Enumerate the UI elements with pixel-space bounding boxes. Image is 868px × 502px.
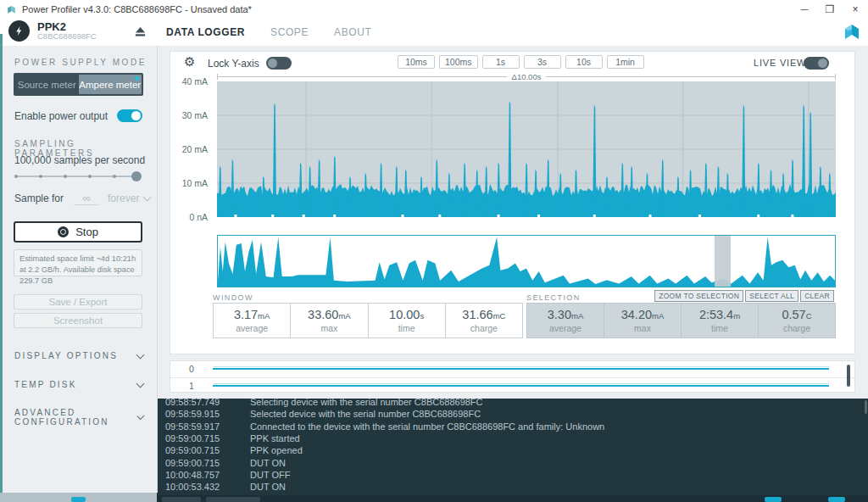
stat-cell-average: 3.17mAaverage (214, 304, 290, 337)
log-message: PPK started (250, 433, 300, 443)
log-message: DUT OFF (250, 470, 290, 480)
log-rows: 09:58:57.749Selecting device with the se… (157, 399, 868, 493)
gear-icon[interactable]: ⚙ (184, 54, 195, 70)
window-controls: ─❐× (792, 0, 868, 19)
eject-icon[interactable] (134, 25, 147, 38)
log-timestamp: 09:58:57.749 (165, 399, 231, 407)
channel-label: 0 (189, 364, 194, 374)
time-range-100ms[interactable]: 100ms (439, 55, 478, 69)
channel-signal-line (213, 385, 829, 387)
log-message: Selected device with the serial number C… (250, 409, 481, 419)
time-range-buttons: 10ms100ms1s3s10s1min (398, 55, 644, 69)
log-entry: 09:59:00.715DUT ON (157, 456, 868, 468)
y-axis-ticks: 40 mA30 mA20 mA10 mA0 nA (170, 81, 213, 217)
stat-cell-time: 2:53.4mtime (681, 304, 758, 337)
log-footer-button[interactable] (162, 497, 201, 502)
sample-for-label: Sample for (14, 192, 64, 204)
log-message: Connected to the device with the serial … (250, 421, 604, 432)
sample-rate-slider[interactable] (14, 171, 140, 181)
nordic-logo (842, 22, 862, 42)
app-icon (6, 4, 17, 15)
sidebar-accent-strip (0, 34, 3, 493)
log-entry: 09:58:59.917Connected to the device with… (157, 421, 868, 432)
live-view-toggle[interactable] (804, 57, 829, 70)
chevron-down-icon (143, 193, 152, 202)
stat-cell-charge: 31.66mCcharge (445, 304, 522, 337)
titlebar: Power Profiler v4.3.0: C8BC688698FC - Un… (0, 0, 868, 19)
log-timestamp: 10:00:48.757 (165, 470, 231, 480)
log-entry: 09:59:00.715PPK opened (157, 444, 868, 456)
screenshot-button[interactable]: Screenshot (14, 313, 142, 328)
source-meter-option[interactable]: Source meter (15, 75, 79, 94)
minimap-selection-band[interactable] (715, 236, 731, 287)
y-tick-label: 40 mA (182, 76, 208, 86)
minimap-chart[interactable] (217, 235, 836, 287)
log-entry: 10:00:53.432DUT ON (157, 481, 868, 493)
tab-scope[interactable]: SCOPE (270, 26, 309, 38)
stat-cell-average: 3.30mAaverage (527, 304, 604, 337)
zoom-to-selection-button[interactable]: ZOOM TO SELECTION (654, 290, 743, 302)
live-view-label: LIVE VIEW (754, 58, 806, 68)
log-footer-button[interactable] (206, 497, 260, 502)
sample-duration-input[interactable]: ∞ (74, 192, 99, 205)
restore-button[interactable]: ❐ (817, 0, 843, 19)
minimize-button[interactable]: ─ (792, 0, 817, 19)
section-display-options[interactable]: DISPLAY OPTIONS (14, 351, 143, 360)
channel-signal-line (213, 368, 829, 370)
sample-rate-label: 100,000 samples per second (14, 154, 145, 166)
window-heading: WINDOW (213, 293, 253, 302)
close-button[interactable]: × (843, 0, 868, 19)
tab-about[interactable]: ABOUT (334, 26, 371, 38)
stop-button[interactable]: Stop (14, 221, 142, 243)
section-temp-disk[interactable]: TEMP DISK (14, 380, 143, 389)
log-footer (157, 495, 868, 502)
y-tick-label: 10 mA (182, 178, 208, 188)
slider-handle[interactable] (131, 171, 142, 181)
chevron-down-icon (136, 350, 145, 359)
log-footer-toggle[interactable] (828, 497, 845, 502)
y-tick-label: 30 mA (182, 110, 208, 120)
window-span-ruler: Δ10.00s (217, 73, 836, 81)
log-timestamp: 09:59:00.715 (165, 445, 231, 455)
app-header: PPK2 C8BC688698FC DATA LOGGERSCOPEABOUT (0, 19, 868, 46)
section-advanced-configuration[interactable]: ADVANCED CONFIGURATION (14, 408, 143, 427)
selection-stats-grid: 3.30mAaverage34.20mAmax2:53.4mtime0.57Cc… (526, 303, 836, 338)
log-timestamp: 10:00:53.432 (165, 482, 231, 492)
lightning-bolt-icon (14, 25, 25, 36)
selection-action-buttons: ZOOM TO SELECTIONSELECT ALLCLEAR (654, 290, 834, 302)
save-export-button[interactable]: Save / Export (14, 294, 142, 310)
main-current-chart[interactable] (217, 81, 836, 217)
chevron-down-icon (137, 412, 145, 420)
time-range-10ms[interactable]: 10ms (398, 55, 435, 69)
selection-heading: SELECTION (526, 293, 581, 302)
lock-y-axis-label: Lock Y-axis (208, 58, 259, 70)
log-message: DUT ON (250, 458, 286, 468)
digital-channel-row: 0 (170, 361, 854, 376)
log-entry: 09:59:00.715PPK started (157, 432, 868, 444)
clear-button[interactable]: CLEAR (800, 290, 834, 302)
enable-power-output-toggle[interactable] (117, 109, 142, 122)
log-timestamp: 09:59:00.715 (165, 458, 231, 468)
lock-y-axis-toggle[interactable] (266, 57, 292, 70)
digital-scrollbar[interactable] (847, 365, 850, 387)
window-stats-grid: 3.17mAaverage33.60mAmax10.00stime31.66mC… (213, 303, 523, 338)
log-scrollbar[interactable] (865, 400, 867, 414)
time-range-1min[interactable]: 1min (607, 55, 644, 69)
record-icon (58, 226, 69, 237)
log-footer-toggle[interactable] (765, 497, 782, 502)
time-range-1s[interactable]: 1s (482, 55, 520, 69)
time-range-10s[interactable]: 10s (565, 55, 603, 69)
log-panel: 09:58:57.749Selecting device with the se… (157, 399, 868, 502)
device-name: PPK2 (37, 21, 97, 33)
tab-data-logger[interactable]: DATA LOGGER (166, 26, 245, 38)
log-entry: 09:58:57.749Selecting device with the se… (157, 399, 868, 408)
select-all-button[interactable]: SELECT ALL (745, 290, 798, 302)
time-range-3s[interactable]: 3s (524, 55, 561, 69)
active-mode-dot (135, 76, 139, 81)
disk-space-info: Estimated space limit ~4d 10:21h at 2.2 … (14, 249, 142, 276)
ampere-meter-option[interactable]: Ampere meter (79, 75, 142, 94)
sample-unit-dropdown[interactable]: forever (108, 192, 150, 204)
device-icon (8, 20, 30, 42)
chevron-down-icon (136, 379, 145, 388)
log-entry: 10:00:48.757DUT OFF (157, 469, 868, 481)
